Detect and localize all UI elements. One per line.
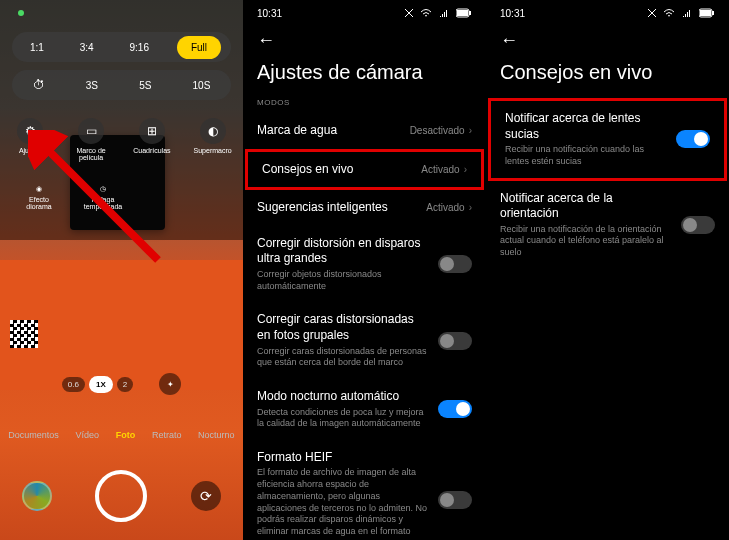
clock: 10:31 bbox=[257, 8, 282, 20]
option-rafaga[interactable]: ◷ Ráfaga temporizada bbox=[80, 185, 126, 210]
gear-icon: ⚙ bbox=[17, 118, 43, 144]
setting-state: Activado bbox=[426, 202, 464, 213]
mode-foto[interactable]: Foto bbox=[116, 430, 136, 440]
setting-desc: El formato de archivo de imagen de alta … bbox=[257, 467, 430, 540]
setting-state: Activado bbox=[421, 164, 459, 175]
toggle[interactable] bbox=[676, 130, 710, 148]
aspect-ratio-row: 1:1 3:4 9:16 Full bbox=[12, 32, 231, 62]
mode-video[interactable]: Vídeo bbox=[76, 430, 100, 440]
setting-state: Desactivado bbox=[410, 125, 465, 136]
setting-title: Formato HEIF bbox=[257, 450, 430, 466]
battery-icon bbox=[456, 8, 472, 18]
ratio-9-16[interactable]: 9:16 bbox=[122, 38, 157, 57]
timer-row: ⏱ 3S 5S 10S bbox=[12, 70, 231, 100]
toggle[interactable] bbox=[438, 255, 472, 273]
setting-title: Modo nocturno automático bbox=[257, 389, 430, 405]
timer-10s[interactable]: 10S bbox=[193, 80, 211, 91]
zoom-1x[interactable]: 1X bbox=[89, 376, 113, 393]
setting-row[interactable]: Notificar acerca de la orientaciónRecibi… bbox=[486, 181, 729, 269]
recording-indicator bbox=[18, 10, 24, 16]
setting-title: Notificar acerca de la orientación bbox=[500, 191, 673, 222]
chevron-right-icon: › bbox=[469, 202, 472, 213]
wifi-icon bbox=[420, 8, 432, 18]
diorama-icon: ◉ bbox=[36, 185, 42, 193]
setting-row[interactable]: Corregir caras distorsionadas en fotos g… bbox=[243, 302, 486, 379]
setting-title: Notificar acerca de lentes sucias bbox=[505, 111, 668, 142]
shutter-button[interactable] bbox=[95, 470, 147, 522]
timer-3s[interactable]: 3S bbox=[86, 80, 98, 91]
frame-icon: ▭ bbox=[78, 118, 104, 144]
setting-desc: Corregir caras distorsionadas de persona… bbox=[257, 346, 430, 369]
option-supermacro[interactable]: ◐ Supermacro bbox=[190, 118, 236, 161]
option-marco[interactable]: ▭ Marco de película bbox=[68, 118, 114, 161]
camera-app: 1:1 3:4 9:16 Full ⏱ 3S 5S 10S ⚙ Ajustes … bbox=[0, 0, 243, 540]
setting-row[interactable]: Formato HEIFEl formato de archivo de ima… bbox=[243, 440, 486, 540]
setting-desc: Recibir una notificación de la orientaci… bbox=[500, 224, 673, 259]
svg-rect-6 bbox=[712, 11, 714, 15]
zoom-0-6[interactable]: 0.6 bbox=[62, 377, 85, 392]
setting-row[interactable]: Notificar acerca de lentes suciasRecibir… bbox=[488, 98, 727, 181]
timer-5s[interactable]: 5S bbox=[139, 80, 151, 91]
setting-desc: Detecta condiciones de poca luz y mejora… bbox=[257, 407, 430, 430]
mute-icon bbox=[404, 8, 414, 18]
setting-desc: Recibir una notificación cuando las lent… bbox=[505, 144, 668, 167]
settings-list: Marca de aguaDesactivado›Consejos en viv… bbox=[243, 113, 486, 540]
svg-rect-2 bbox=[457, 10, 468, 16]
ratio-3-4[interactable]: 3:4 bbox=[72, 38, 102, 57]
ai-icon[interactable]: ✦ bbox=[159, 373, 181, 395]
ratio-full[interactable]: Full bbox=[177, 36, 221, 59]
zoom-2[interactable]: 2 bbox=[117, 377, 133, 392]
flip-camera-icon[interactable]: ⟳ bbox=[191, 481, 221, 511]
status-icons bbox=[400, 8, 472, 20]
setting-row[interactable]: Marca de aguaDesactivado› bbox=[243, 113, 486, 149]
signal-icon bbox=[439, 8, 449, 18]
setting-title: Corregir caras distorsionadas en fotos g… bbox=[257, 312, 430, 343]
ratio-1-1[interactable]: 1:1 bbox=[22, 38, 52, 57]
section-label: MODOS bbox=[243, 98, 486, 113]
setting-desc: Corregir objetos distorsionados automáti… bbox=[257, 269, 430, 292]
macro-icon: ◐ bbox=[200, 118, 226, 144]
setting-row[interactable]: Consejos en vivoActivado› bbox=[245, 149, 484, 191]
setting-row[interactable]: Corregir distorsión en disparos ultra gr… bbox=[243, 226, 486, 303]
live-tips-screen: 10:31 ← Consejos en vivo Notificar acerc… bbox=[486, 0, 729, 540]
options-row-1: ⚙ Ajustes ▭ Marco de película ⊞ Cuadrícu… bbox=[0, 118, 243, 161]
svg-rect-5 bbox=[700, 10, 711, 16]
zoom-row: 0.6 1X 2 ✦ bbox=[0, 373, 243, 395]
toggle[interactable] bbox=[438, 491, 472, 509]
page-title: Ajustes de cámara bbox=[243, 55, 486, 98]
status-bar: 10:31 bbox=[243, 0, 486, 20]
mode-nocturno[interactable]: Nocturno bbox=[198, 430, 235, 440]
option-diorama[interactable]: ◉ Efecto diorama bbox=[16, 185, 62, 210]
setting-title: Corregir distorsión en disparos ultra gr… bbox=[257, 236, 430, 267]
option-cuadriculas[interactable]: ⊞ Cuadrículas bbox=[129, 118, 175, 161]
gallery-thumb[interactable] bbox=[22, 481, 52, 511]
status-icons bbox=[643, 8, 715, 20]
back-button[interactable]: ← bbox=[243, 20, 486, 55]
setting-row[interactable]: Modo nocturno automáticoDetecta condicio… bbox=[243, 379, 486, 440]
mode-retrato[interactable]: Retrato bbox=[152, 430, 182, 440]
setting-row[interactable]: Sugerencias inteligentesActivado› bbox=[243, 190, 486, 226]
camera-settings-screen: 10:31 ← Ajustes de cámara MODOS Marca de… bbox=[243, 0, 486, 540]
grid-icon: ⊞ bbox=[139, 118, 165, 144]
shutter-row: ⟳ bbox=[0, 470, 243, 522]
toggle[interactable] bbox=[438, 332, 472, 350]
setting-title: Marca de agua bbox=[257, 123, 410, 139]
toggle[interactable] bbox=[681, 216, 715, 234]
burst-icon: ◷ bbox=[100, 185, 106, 193]
mode-documentos[interactable]: Documentos bbox=[8, 430, 59, 440]
chevron-right-icon: › bbox=[464, 164, 467, 175]
toggle[interactable] bbox=[438, 400, 472, 418]
options-row-2: ◉ Efecto diorama ◷ Ráfaga temporizada bbox=[0, 185, 243, 210]
mode-row: Documentos Vídeo Foto Retrato Nocturno bbox=[0, 430, 243, 440]
setting-title: Sugerencias inteligentes bbox=[257, 200, 426, 216]
option-ajustes[interactable]: ⚙ Ajustes bbox=[7, 118, 53, 161]
chevron-right-icon: › bbox=[469, 125, 472, 136]
clock: 10:31 bbox=[500, 8, 525, 20]
back-button[interactable]: ← bbox=[486, 20, 729, 55]
settings-list: Notificar acerca de lentes suciasRecibir… bbox=[486, 98, 729, 269]
setting-title: Consejos en vivo bbox=[262, 162, 421, 178]
status-bar: 10:31 bbox=[486, 0, 729, 20]
svg-rect-3 bbox=[469, 11, 471, 15]
page-title: Consejos en vivo bbox=[486, 55, 729, 98]
timer-icon[interactable]: ⏱ bbox=[33, 78, 45, 92]
